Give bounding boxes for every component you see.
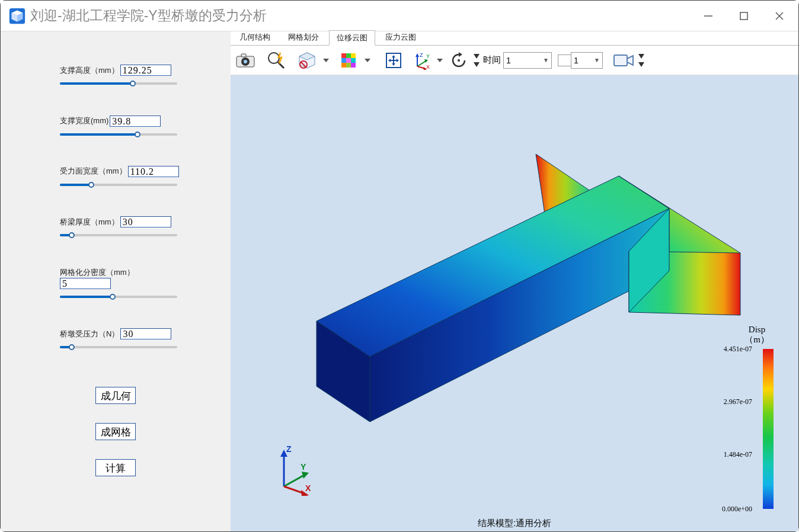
chevron-down-icon: ▼	[543, 57, 549, 63]
legend-colorbar-icon	[763, 349, 774, 509]
svg-rect-19	[341, 63, 346, 68]
viewer-toolbar: Z Y X	[231, 46, 798, 75]
svg-rect-16	[341, 58, 346, 63]
toolbar-overflow-right[interactable]	[637, 47, 645, 74]
zoom-flash-button[interactable]	[263, 47, 290, 74]
legend-max: 4.451e-07	[724, 344, 752, 353]
tab-0[interactable]: 几何结构	[232, 30, 278, 45]
tabs-bar: 几何结构网格划分位移云图应力云图	[231, 31, 798, 46]
svg-text:Z: Z	[420, 52, 423, 58]
svg-text:Y: Y	[301, 462, 306, 472]
svg-text:X: X	[305, 483, 311, 493]
fit-view-button[interactable]	[380, 47, 407, 74]
toolbar-overflow-left[interactable]	[472, 47, 481, 74]
param-input[interactable]: 110.2	[128, 166, 179, 177]
tab-1[interactable]: 网格划分	[280, 30, 327, 45]
param-slider[interactable]	[60, 79, 177, 88]
color-legend: Disp （m） 4.451e-07 2.967e-07 1.484e-07 0…	[732, 325, 782, 509]
param-slider[interactable]	[60, 130, 177, 139]
frame-select-value: 1	[574, 56, 579, 65]
param-label: 桥梁厚度（mm）	[60, 217, 119, 227]
svg-text:Y: Y	[426, 53, 430, 59]
main-area: 几何结构网格划分位移云图应力云图	[231, 31, 798, 531]
svg-rect-30	[614, 55, 627, 66]
svg-rect-17	[346, 58, 351, 63]
legend-ticks: 4.451e-07 2.967e-07 1.484e-07 0.000e+00	[717, 349, 752, 509]
svg-rect-13	[341, 53, 346, 58]
step-prev-button[interactable]	[558, 55, 571, 66]
param-input[interactable]: 30	[120, 216, 171, 227]
view-cube-button[interactable]	[293, 47, 321, 74]
rotate-view-button[interactable]	[445, 47, 472, 74]
param-input[interactable]: 5	[60, 278, 111, 289]
param-label: 桥墩受压力（N）	[60, 329, 119, 339]
svg-line-33	[284, 475, 305, 486]
svg-line-35	[284, 486, 304, 493]
svg-text:X: X	[426, 64, 430, 70]
color-cube-button[interactable]	[335, 47, 362, 74]
param-label: 受力面宽度（mm）	[60, 166, 127, 177]
time-select[interactable]: 1 ▼	[503, 52, 552, 69]
chevron-down-icon: ▼	[594, 57, 600, 63]
tab-3[interactable]: 应力云图	[378, 30, 424, 45]
legend-title: Disp	[749, 325, 765, 334]
svg-rect-2	[740, 12, 747, 20]
app-logo-icon	[9, 8, 25, 24]
param-row: 桥墩受压力（N）30	[60, 328, 180, 351]
viewport-status: 结果模型:通用分析	[231, 518, 798, 529]
param-label: 支撑高度（mm）	[60, 65, 119, 76]
view-cube-dropdown[interactable]	[321, 47, 331, 74]
window-close-button[interactable]	[762, 4, 797, 28]
title-bar: 刘迎-湖北工程学院-Y型桥墩的受力分析	[1, 1, 798, 31]
param-input[interactable]: 30	[120, 328, 171, 339]
param-row: 桥梁厚度（mm）30	[60, 216, 180, 239]
legend-unit: （m）	[744, 335, 769, 344]
svg-rect-15	[351, 53, 356, 58]
param-input[interactable]: 39.8	[110, 116, 161, 127]
camera-button[interactable]	[610, 47, 637, 74]
time-select-value: 1	[506, 56, 511, 65]
param-label: 网格化分密度（mm）	[60, 267, 135, 278]
sidebar-action-button[interactable]: 成网格	[95, 423, 136, 440]
param-label: 支撑宽度(mm)	[60, 116, 108, 126]
sidebar-action-button[interactable]: 计算	[95, 459, 136, 476]
viewport-3d[interactable]: Z Y X Disp （m）	[231, 75, 798, 531]
param-slider[interactable]	[60, 231, 177, 239]
window-title: 刘迎-湖北工程学院-Y型桥墩的受力分析	[30, 7, 267, 25]
app-window: 刘迎-湖北工程学院-Y型桥墩的受力分析 支撑高度（mm）129.25支撑宽度(m…	[0, 0, 799, 532]
param-input[interactable]: 129.25	[120, 65, 171, 76]
tab-2[interactable]: 位移云图	[329, 30, 375, 46]
parameter-sidebar: 支撑高度（mm）129.25支撑宽度(mm)39.8受力面宽度（mm）110.2…	[1, 31, 231, 531]
svg-rect-20	[346, 63, 351, 68]
param-slider[interactable]	[60, 343, 177, 351]
screenshot-button[interactable]	[232, 47, 259, 74]
param-row: 网格化分密度（mm）5	[60, 267, 180, 301]
color-cube-dropdown[interactable]	[362, 47, 373, 74]
param-row: 支撑宽度(mm)39.8	[60, 115, 180, 138]
orientation-triad-icon: Z Y X	[272, 444, 319, 496]
legend-mid2: 1.484e-07	[724, 450, 752, 459]
axis-orient-button[interactable]: Z Y X	[407, 47, 434, 74]
legend-min: 0.000e+00	[722, 504, 752, 513]
svg-point-8	[244, 60, 247, 63]
svg-rect-6	[241, 54, 246, 57]
sidebar-action-button[interactable]: 成几何	[95, 387, 136, 404]
frame-select[interactable]: 1 ▼	[571, 52, 603, 69]
param-row: 受力面宽度（mm）110.2	[60, 166, 180, 189]
param-slider[interactable]	[60, 181, 177, 189]
svg-rect-21	[351, 63, 356, 68]
svg-rect-14	[346, 53, 351, 58]
svg-rect-18	[351, 58, 356, 63]
time-label: 时间	[483, 55, 501, 66]
param-row: 支撑高度（mm）129.25	[60, 65, 180, 88]
legend-mid1: 2.967e-07	[724, 397, 752, 406]
svg-point-29	[458, 59, 460, 62]
param-slider[interactable]	[60, 293, 177, 301]
window-minimize-button[interactable]	[691, 4, 726, 28]
window-maximize-button[interactable]	[726, 4, 762, 28]
svg-text:Z: Z	[286, 444, 292, 454]
axis-orient-dropdown[interactable]	[434, 47, 445, 74]
